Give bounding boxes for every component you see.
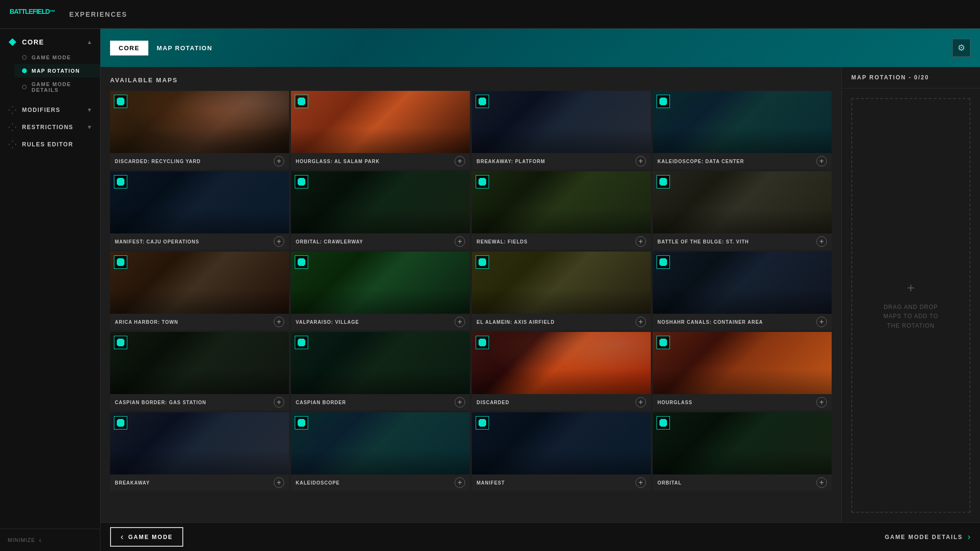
- map-card-row4-2[interactable]: KALEIDOSCOPE +: [291, 412, 470, 491]
- map-card-caspian-gas[interactable]: CASPIAN BORDER: GAS STATION +: [110, 332, 289, 410]
- map-icon-badge: [657, 336, 670, 349]
- available-maps-title: AVAILABLE MAPS: [110, 77, 832, 84]
- map-add-button[interactable]: +: [274, 397, 284, 408]
- core-chevron: ▲: [87, 39, 92, 45]
- map-add-button[interactable]: +: [455, 236, 465, 247]
- map-card-row4-3[interactable]: MANIFEST +: [472, 412, 651, 491]
- map-card-battle-bulge[interactable]: BATTLE OF THE BULGE: ST. VITH +: [653, 171, 832, 250]
- sidebar-item-restrictions[interactable]: RESTRICTIONS ▼: [0, 119, 100, 136]
- sidebar-item-map-rotation[interactable]: Map Rotation: [14, 64, 100, 77]
- map-add-button[interactable]: +: [635, 156, 646, 166]
- map-card-manifest-caju[interactable]: MANIFEST: CAJU OPERATIONS +: [110, 171, 289, 250]
- tab-core[interactable]: CORE: [110, 41, 148, 55]
- map-icon-badge: [476, 175, 489, 188]
- rotation-drop-zone[interactable]: + DRAG AND DROPMAPS TO ADD TOTHE ROTATIO…: [851, 98, 970, 513]
- map-thumbnail: [291, 91, 470, 153]
- map-add-button[interactable]: +: [816, 477, 827, 488]
- game-mode-details-btn-label: GAME MODE DETAILS: [885, 534, 963, 540]
- map-thumbnail: [653, 252, 832, 314]
- bf-logo: BATTLEFIELD™: [10, 7, 55, 22]
- map-name: NOSHAHR CANALS: CONTAINER AREA: [657, 320, 816, 325]
- map-add-button[interactable]: +: [455, 477, 465, 488]
- map-add-button[interactable]: +: [816, 397, 827, 408]
- sidebar-item-game-mode-details[interactable]: Game Mode Details: [14, 77, 100, 97]
- map-card-orbital-crawlerway[interactable]: ORBITAL: CRAWLERWAY +: [291, 171, 470, 250]
- smoke-overlay: [472, 332, 651, 394]
- map-icon-badge: [476, 416, 489, 430]
- map-card-discarded-recycling[interactable]: DISCARDED: RECYCLING YARD +: [110, 91, 289, 169]
- map-add-button[interactable]: +: [635, 317, 646, 327]
- core-label: CORE: [22, 38, 44, 46]
- map-card-breakaway-platform[interactable]: BREAKAWAY: PLATFORM +: [472, 91, 651, 169]
- minimize-label: MINIMIZE: [8, 537, 35, 543]
- map-type-icon: [298, 339, 305, 346]
- map-add-button[interactable]: +: [274, 236, 284, 247]
- game-mode-details-label: Game Mode Details: [32, 81, 92, 93]
- map-info: EL ALAMEIN: AXIS AIRFIELD +: [472, 314, 651, 330]
- map-card-kaleidoscope-data[interactable]: KALEIDOSCOPE: DATA CENTER +: [653, 91, 832, 169]
- map-thumbnail: [653, 171, 832, 233]
- map-card-discarded[interactable]: DISCARDED +: [472, 332, 651, 410]
- sidebar-item-game-mode[interactable]: Game Mode: [14, 51, 100, 64]
- sidebar-item-rules-editor[interactable]: RULES EDITOR: [0, 136, 100, 153]
- map-add-button[interactable]: +: [635, 236, 646, 247]
- map-type-icon: [479, 339, 486, 346]
- map-add-button[interactable]: +: [635, 397, 646, 408]
- map-icon-badge: [657, 416, 670, 430]
- map-add-button[interactable]: +: [455, 156, 465, 166]
- map-thumb-bg: [291, 412, 470, 474]
- map-name: HOURGLASS: [657, 400, 816, 405]
- map-thumb-bg: [291, 332, 470, 394]
- map-add-button[interactable]: +: [635, 477, 646, 488]
- map-add-button[interactable]: +: [274, 317, 284, 327]
- map-thumb-bg: [653, 91, 832, 153]
- map-card-row4-4[interactable]: ORBITAL +: [653, 412, 832, 491]
- map-icon-badge: [476, 336, 489, 349]
- map-info: KALEIDOSCOPE +: [291, 474, 470, 491]
- map-add-button[interactable]: +: [455, 317, 465, 327]
- map-info: KALEIDOSCOPE: DATA CENTER +: [653, 153, 832, 169]
- map-name: MANIFEST: CAJU OPERATIONS: [115, 239, 274, 244]
- map-name: DISCARDED: [477, 400, 635, 405]
- minimize-arrow-icon: ‹: [39, 536, 42, 544]
- map-add-button[interactable]: +: [455, 397, 465, 408]
- map-thumbnail: [110, 252, 289, 314]
- map-type-icon: [117, 258, 124, 266]
- map-card-hourglass[interactable]: HOURGLASS +: [653, 332, 832, 410]
- minimize-button[interactable]: MINIMIZE ‹: [8, 536, 92, 544]
- map-type-icon: [479, 98, 486, 105]
- map-card-hourglass-salam[interactable]: HOURGLASS: AL SALAM PARK +: [291, 91, 470, 169]
- map-info: ORBITAL +: [653, 474, 832, 491]
- tab-map-rotation[interactable]: MAP ROTATION: [148, 41, 221, 55]
- experiences-nav[interactable]: EXPERIENCES: [69, 11, 128, 18]
- map-info: ARICA HARBOR: TOWN +: [110, 314, 289, 330]
- modifiers-icon: [8, 105, 17, 115]
- map-card-noshahr-container[interactable]: NOSHAHR CANALS: CONTAINER AREA +: [653, 252, 832, 330]
- core-sub-items: Game Mode Map Rotation Game Mode Details: [0, 51, 100, 97]
- game-mode-back-button[interactable]: ‹ GAME MODE: [110, 527, 183, 547]
- map-type-icon: [117, 419, 124, 427]
- map-thumbnail: [472, 252, 651, 314]
- map-card-row4-1[interactable]: BREAKAWAY +: [110, 412, 289, 491]
- sidebar-item-modifiers[interactable]: MODIFIERS ▼: [0, 101, 100, 119]
- gear-button[interactable]: ⚙: [952, 39, 970, 57]
- map-add-button[interactable]: +: [816, 236, 827, 247]
- game-mode-details-button[interactable]: GAME MODE DETAILS ›: [885, 532, 970, 542]
- sidebar-item-core[interactable]: CORE ▲: [0, 33, 100, 51]
- map-thumb-bg: [653, 252, 832, 314]
- map-add-button[interactable]: +: [816, 156, 827, 166]
- map-add-button[interactable]: +: [274, 156, 284, 166]
- map-add-button[interactable]: +: [274, 477, 284, 488]
- rotation-panel: MAP ROTATION - 0/20 + DRAG AND DROPMAPS …: [841, 67, 980, 522]
- map-type-icon: [659, 419, 667, 427]
- map-card-valparaiso-village[interactable]: VALPARAISO: VILLAGE +: [291, 252, 470, 330]
- map-thumbnail: [291, 412, 470, 474]
- map-thumbnail: [653, 91, 832, 153]
- map-type-icon: [298, 258, 305, 266]
- map-card-arica-town[interactable]: ARICA HARBOR: TOWN +: [110, 252, 289, 330]
- map-add-button[interactable]: +: [816, 317, 827, 327]
- map-icon-badge: [114, 416, 127, 430]
- map-card-caspian-border[interactable]: CASPIAN BORDER +: [291, 332, 470, 410]
- map-card-el-alamein-airfield[interactable]: EL ALAMEIN: AXIS AIRFIELD +: [472, 252, 651, 330]
- map-card-renewal-fields[interactable]: RENEWAL: FIELDS +: [472, 171, 651, 250]
